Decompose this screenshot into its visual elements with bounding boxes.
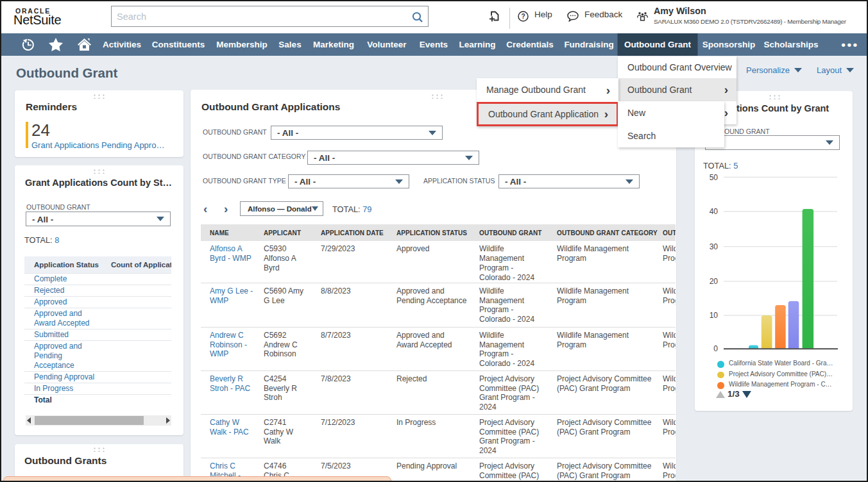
svg-text:?: ? — [521, 13, 525, 20]
svg-text:20: 20 — [710, 277, 719, 286]
svg-text:30: 30 — [710, 242, 719, 251]
svg-text:40: 40 — [710, 207, 719, 216]
svg-text:0: 0 — [713, 344, 718, 353]
svg-text:10: 10 — [710, 311, 719, 320]
svg-text:50: 50 — [710, 173, 719, 182]
